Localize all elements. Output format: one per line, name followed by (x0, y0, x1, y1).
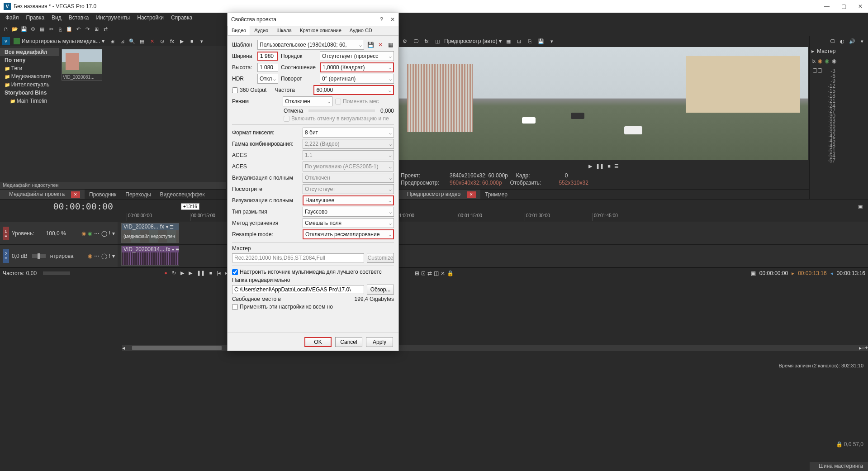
template-select[interactable]: Пользовательское (1980x1080; 60, (257, 40, 364, 50)
go-start-icon[interactable]: |◂ (215, 270, 223, 276)
track-phase-icon[interactable]: ▾ (112, 253, 115, 259)
copy-icon[interactable]: ⎘ (56, 25, 64, 33)
aces-version-select[interactable]: 1.1 (303, 150, 394, 160)
tab-summary[interactable]: Краткое описание (296, 26, 346, 35)
track-more-icon[interactable]: ⋯ (94, 230, 100, 237)
master-fx3-icon[interactable]: ◉ (832, 58, 836, 64)
stereo-mode-select[interactable]: Отключен (283, 96, 332, 106)
customize-button[interactable]: Customize (367, 253, 394, 263)
video-clip[interactable]: VID_202008... fx ▾ ☰ (медиафайл недоступ… (121, 223, 179, 243)
apply-all-checkbox[interactable]: Применять эти настройки ко всем нo (232, 304, 394, 310)
track-fx-icon[interactable]: ◉ (88, 253, 92, 259)
preview-fx-icon[interactable]: fx (422, 37, 431, 45)
preview-pause-icon[interactable]: ❚❚ (596, 163, 604, 169)
framerate-select[interactable]: 60,000 (313, 85, 394, 95)
template-save-icon[interactable]: 💾 (367, 41, 374, 48)
autoripple-icon[interactable]: ⇄ (101, 25, 109, 33)
preview-play-icon[interactable]: ▶ (588, 163, 592, 169)
field-order-select[interactable]: Отсутствует (прогресс (320, 51, 394, 61)
rate-slider[interactable] (43, 271, 70, 275)
media-play-icon[interactable]: ▶ (178, 37, 186, 45)
menu-settings[interactable]: Настройки (133, 14, 167, 22)
lock-icon[interactable]: 🔒 (447, 270, 454, 276)
tree-storyboard[interactable]: Storyboard Bins (0, 89, 59, 97)
apply-button[interactable]: Apply (366, 337, 393, 347)
master-dim-icon[interactable]: ◐ (838, 37, 846, 45)
snap-toggle-icon[interactable]: ⊞ (415, 270, 419, 276)
media-props-icon[interactable]: ⊙ (158, 37, 166, 45)
tab-trimmer[interactable]: Триммер (480, 190, 512, 199)
tc-square-icon[interactable]: ▣ (751, 270, 756, 276)
track-mute-icon[interactable]: ◯ (101, 230, 107, 237)
preview-settings-icon[interactable]: ⚙ (401, 37, 409, 45)
master-fx2-icon[interactable]: ◉ (825, 58, 829, 64)
master-down-icon[interactable]: ▾ (858, 37, 866, 45)
close-button[interactable]: ✕ (856, 3, 864, 10)
play-start-icon[interactable]: ▶ (179, 270, 186, 276)
master-solo-icon[interactable]: ▢▢ (812, 67, 822, 73)
undo-icon[interactable]: ↶ (74, 25, 82, 33)
browse-button[interactable]: Обзор... (367, 285, 394, 295)
master-expand-icon[interactable]: ▸ (811, 48, 814, 54)
tab-preview-video[interactable]: Предпросмотр видео✕ (398, 190, 480, 199)
track-solo-icon[interactable]: ! (109, 230, 110, 237)
audio-clip[interactable]: VID_20200814... fx ▾ ☰ (121, 246, 179, 266)
media-search-icon[interactable]: 🔍 (128, 37, 136, 45)
tab-project-media[interactable]: Медиафайлы проекта✕ (0, 190, 85, 199)
menu-edit[interactable]: Правка (23, 14, 48, 22)
ok-button[interactable]: OK (304, 337, 332, 347)
adjust-source-checkbox[interactable]: Настроить источник мультимедиа для лучше… (232, 269, 394, 275)
preview-copy-icon[interactable]: ⎘ (526, 37, 534, 45)
swap-checkbox[interactable]: Поменять мес (335, 98, 379, 105)
preview-save-icon[interactable]: 💾 (537, 37, 545, 45)
track-number[interactable]: 2≡ (3, 249, 9, 263)
template-match-icon[interactable]: ▦ (387, 41, 394, 48)
template-delete-icon[interactable]: ✕ (377, 41, 384, 48)
prerender-folder-input[interactable] (232, 285, 364, 294)
menu-tools[interactable]: Инструменты (92, 14, 133, 22)
tab-video[interactable]: Видео (228, 26, 250, 35)
menu-help[interactable]: Справка (167, 14, 196, 22)
track-more-icon[interactable]: ⋯ (94, 253, 100, 259)
snap-icon[interactable]: ⊞ (92, 25, 100, 33)
master-fx-icon[interactable]: fx (811, 58, 816, 64)
zoom-in-icon[interactable]: + (865, 345, 868, 351)
output360-checkbox[interactable]: 360 Output (232, 87, 266, 93)
preview-ext-icon[interactable]: 🖵 (412, 37, 420, 45)
dialog-help-icon[interactable]: ? (380, 16, 383, 23)
deinterlace-select[interactable]: Смешать поля (303, 218, 394, 228)
zoom-out-icon[interactable]: − (862, 345, 865, 351)
media-views-icon[interactable]: ▤ (138, 37, 146, 45)
tree-smart[interactable]: Интеллектуаль (0, 81, 59, 89)
width-input[interactable] (257, 52, 278, 61)
paste-icon[interactable]: 📋 (65, 25, 73, 33)
view-transform-select[interactable]: Отключен (303, 173, 394, 183)
cancel-button[interactable]: Cancel (335, 337, 362, 347)
tree-by-type[interactable]: По типу (0, 56, 59, 64)
timeline-timecode[interactable]: 00:00:00:00 (0, 201, 118, 212)
ripple-icon[interactable]: ⇄ (427, 270, 432, 276)
preview-menu-icon[interactable]: ☰ (614, 163, 619, 169)
quantize-icon[interactable]: ⊡ (421, 270, 426, 276)
aces-colorspace-select[interactable]: По умолчанию (ACES2065-1) (303, 162, 394, 171)
clip-fx-icon[interactable]: fx (160, 224, 164, 230)
preview-grid-icon[interactable]: ▦ (504, 37, 512, 45)
master-audio-icon[interactable]: 🔊 (848, 37, 856, 45)
menu-view[interactable]: Вид (48, 14, 65, 22)
media-tool2-icon[interactable]: ⊡ (118, 37, 126, 45)
tc-in-icon[interactable]: ▸ (792, 270, 794, 276)
menu-insert[interactable]: Вставка (65, 14, 93, 22)
look-select[interactable]: Отсутствует (303, 184, 394, 194)
clip-fx-icon[interactable]: fx (166, 246, 170, 252)
media-thumb[interactable]: VID_2020081... (62, 49, 102, 81)
track-volume-slider[interactable] (32, 254, 46, 258)
preview-overlay-icon[interactable]: ⊡ (515, 37, 523, 45)
include-cancel-checkbox[interactable]: Включить отмену в визуализацию и пе (284, 115, 389, 122)
master-lock-icon[interactable]: 🔒 (836, 441, 843, 447)
pause-icon[interactable]: ❚❚ (195, 270, 207, 276)
preview-split-icon[interactable]: ◫ (433, 37, 441, 45)
pixelformat-select[interactable]: 8 бит (303, 128, 394, 138)
height-input[interactable] (257, 63, 278, 72)
redo-icon[interactable]: ↷ (83, 25, 91, 33)
record-icon[interactable]: ● (162, 270, 169, 276)
